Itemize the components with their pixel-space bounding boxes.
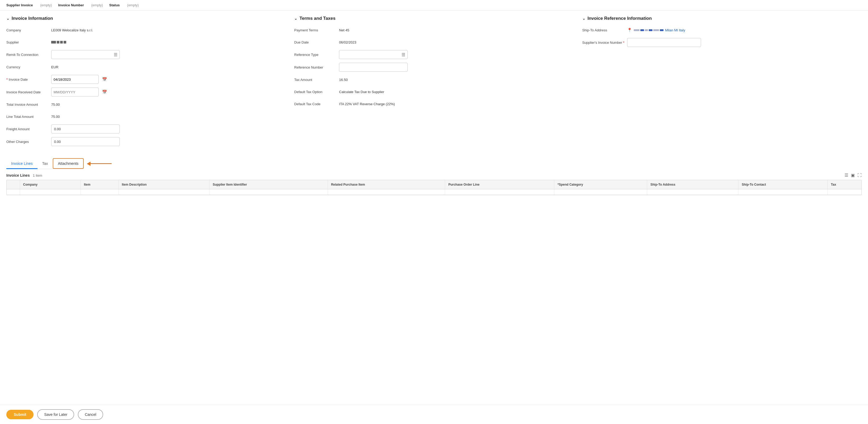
ship-to-city: Milan MI Italy [665, 28, 685, 32]
invoice-date-field[interactable] [52, 77, 100, 81]
invoice-reference-section: ⌄ Invoice Reference Information Ship-To … [582, 16, 862, 150]
invoice-lines-count: 1 item [33, 173, 42, 177]
row-supplier-item-identifier-cell [210, 189, 328, 195]
supplier-row: Supplier [6, 38, 286, 46]
row-tax-cell [828, 189, 861, 195]
table-toolbar: ☰ ▣ ⛶ [844, 173, 862, 178]
tax-amount-value: 16.50 [339, 78, 348, 82]
remit-to-field[interactable] [52, 53, 112, 57]
sections-row: ⌄ Invoice Information Company LE009 Welo… [6, 16, 862, 150]
invoice-information-title: Invoice Information [11, 16, 53, 21]
company-value: LE009 Welocalize Italy s.r.l. [51, 28, 93, 32]
company-label: Company [6, 28, 51, 32]
invoice-number-value: (empty) [91, 3, 103, 7]
invoice-received-date-input[interactable]: 📅 [51, 88, 99, 97]
due-date-value: 06/02/2023 [339, 40, 356, 44]
tabs-container: Invoice Lines Tax Attachments [6, 158, 862, 169]
required-star-2: * [623, 41, 624, 44]
line-total-amount-value: 75.00 [51, 115, 60, 119]
invoice-lines-title-group: Invoice Lines 1 item [6, 173, 42, 177]
supplier-dot-4 [64, 41, 66, 43]
supplier-invoice-label: Supplier Invoice [6, 3, 33, 7]
invoice-received-date-row: Invoice Received Date 📅 [6, 88, 286, 97]
other-charges-field[interactable] [51, 137, 120, 146]
other-charges-label: Other Charges [6, 140, 51, 144]
invoice-date-input[interactable]: 📅 [51, 75, 99, 84]
payment-terms-value: Net 45 [339, 28, 349, 32]
addr-dot-6 [660, 29, 663, 31]
invoice-received-date-field[interactable] [52, 90, 100, 94]
currency-value: EUR [51, 65, 58, 69]
invoice-received-date-label: Invoice Received Date [6, 90, 51, 94]
reference-type-row: Reference Type ☰ [294, 50, 574, 59]
total-invoice-amount-value: 75.00 [51, 103, 60, 106]
default-tax-option-row: Default Tax Option Calculate Tax Due to … [294, 88, 574, 96]
invoice-lines-header: Invoice Lines 1 item ☰ ▣ ⛶ [6, 169, 862, 180]
tab-attachments[interactable]: Attachments [53, 158, 84, 169]
default-tax-code-row: Default Tax Code ITA 22% VAT Reverse Cha… [294, 100, 574, 108]
chevron-icon-2[interactable]: ⌄ [294, 17, 297, 21]
suppliers-invoice-number-field[interactable] [627, 38, 701, 47]
invoice-date-row: *Invoice Date 📅 [6, 75, 286, 84]
arrow-head [87, 162, 91, 166]
addr-dot-4 [649, 29, 652, 31]
expand-icon[interactable]: ⛶ [858, 173, 862, 178]
col-ship-to-contact-header: Ship-To Contact [739, 180, 828, 189]
col-ship-to-address-header: Ship-To Address [647, 180, 739, 189]
row-spend-category-cell [554, 189, 647, 195]
calendar-icon-2[interactable]: 📅 [100, 90, 109, 94]
table-header-row: Company Item Item Description Supplier I… [7, 180, 861, 189]
col-spend-category-header: *Spend Category [554, 180, 647, 189]
ship-to-address-value: 📍 Milan MI Italy [627, 28, 685, 32]
tab-invoice-lines[interactable]: Invoice Lines [6, 159, 37, 169]
freight-amount-row: Freight Amount [6, 125, 286, 133]
remit-to-label: Remit-To Connection [6, 53, 51, 57]
col-item-description-header: Item Description [119, 180, 209, 189]
columns-icon[interactable]: ▣ [851, 173, 855, 178]
row-purchase-order-line-cell [445, 189, 554, 195]
status-value: (empty) [127, 3, 139, 7]
row-related-purchase-item-cell [328, 189, 445, 195]
suppliers-invoice-number-row: Supplier's Invoice Number * [582, 38, 862, 47]
remit-to-input[interactable]: ☰ [51, 50, 120, 59]
ship-to-address-row: Ship-To Address 📍 Milan MI Italy [582, 26, 862, 34]
row-item-cell [81, 189, 119, 195]
remit-to-prompt-icon[interactable]: ☰ [112, 52, 120, 57]
chevron-icon-3[interactable]: ⌄ [582, 17, 585, 21]
calendar-icon[interactable]: 📅 [100, 77, 109, 82]
chevron-icon[interactable]: ⌄ [6, 17, 9, 21]
row-ship-to-contact-cell [739, 189, 828, 195]
tab-tax[interactable]: Tax [37, 159, 53, 169]
top-bar: Supplier Invoice (empty) Invoice Number … [0, 0, 868, 10]
arrow-line [91, 163, 112, 164]
payment-terms-label: Payment Terms [294, 28, 339, 32]
addr-dot-1 [634, 29, 640, 31]
default-tax-code-value: ITA 22% VAT Reverse Charge (22%) [339, 102, 395, 106]
terms-and-taxes-section: ⌄ Terms and Taxes Payment Terms Net 45 D… [294, 16, 574, 150]
reference-type-field[interactable] [339, 53, 399, 57]
terms-and-taxes-title: Terms and Taxes [300, 16, 335, 21]
currency-label: Currency [6, 65, 51, 69]
line-total-amount-row: Line Total Amount 75.00 [6, 112, 286, 121]
default-tax-option-value: Calculate Tax Due to Supplier [339, 90, 384, 94]
supplier-invoice-value: (empty) [40, 3, 52, 7]
supplier-dot-2 [57, 41, 59, 43]
other-charges-row: Other Charges [6, 137, 286, 146]
reference-type-input[interactable]: ☰ [339, 50, 408, 59]
ship-to-address-label: Ship-To Address [582, 28, 627, 32]
invoice-date-label: *Invoice Date [6, 77, 51, 81]
filter-icon[interactable]: ☰ [844, 173, 848, 178]
default-tax-option-label: Default Tax Option [294, 90, 339, 94]
reference-number-label: Reference Number [294, 65, 339, 69]
freight-amount-field[interactable] [51, 125, 120, 133]
freight-amount-label: Freight Amount [6, 127, 51, 131]
col-item-header: Item [81, 180, 119, 189]
addr-dot-5 [653, 29, 659, 31]
col-tax-header: Tax [828, 180, 861, 189]
address-dots [634, 29, 663, 31]
currency-row: Currency EUR [6, 63, 286, 71]
arrow-right [87, 162, 112, 166]
reference-type-prompt-icon[interactable]: ☰ [399, 52, 407, 57]
invoice-reference-title: Invoice Reference Information [588, 16, 652, 21]
reference-number-field[interactable] [339, 63, 408, 72]
